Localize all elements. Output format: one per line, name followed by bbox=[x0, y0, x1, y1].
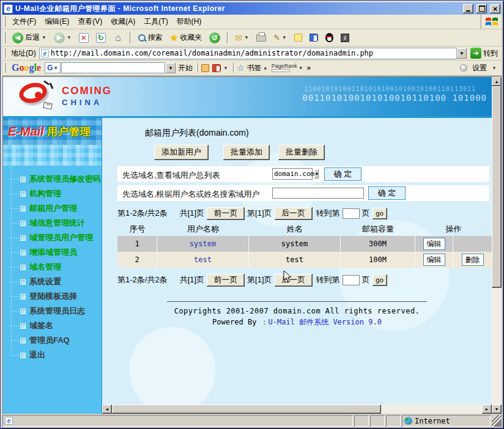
edit-button[interactable]: 编辑 bbox=[423, 254, 445, 266]
home-button[interactable]: ⌂ bbox=[110, 31, 126, 45]
chevron-down-icon[interactable]: ▼ bbox=[298, 65, 303, 71]
user-search-input[interactable] bbox=[272, 188, 364, 199]
sidebar-item-logout[interactable]: 退出 bbox=[3, 348, 102, 362]
toolbar-grip[interactable] bbox=[4, 63, 6, 73]
maximize-button[interactable] bbox=[476, 4, 487, 13]
sidebar-item-org-management[interactable]: 机构管理 bbox=[3, 186, 102, 201]
cell-username-link[interactable]: system bbox=[157, 236, 249, 252]
menu-tools[interactable]: 工具(T) bbox=[139, 15, 172, 28]
vertical-scrollbar[interactable]: ▲ ▼ bbox=[492, 77, 502, 414]
address-dropdown-button[interactable]: ▼ bbox=[457, 48, 467, 59]
scroll-left-button[interactable]: ◄ bbox=[102, 405, 112, 414]
site-banner: COMING CHINA 110010101001101010100101001… bbox=[3, 77, 492, 116]
sidebar-item-change-password[interactable]: 系统管理员修改密码 bbox=[3, 172, 102, 186]
sidebar-item-add-domain-admin[interactable]: 增添域管理员 bbox=[3, 245, 102, 260]
address-input[interactable]: e http://mail.domain.com/coremail/domain… bbox=[39, 48, 457, 59]
chevron-down-icon[interactable]: ▼ bbox=[223, 65, 228, 71]
search-confirm-button[interactable]: 确 定 bbox=[368, 186, 406, 200]
mail-dropdown-caret[interactable]: ▼ bbox=[244, 35, 249, 40]
toolbar-grip[interactable] bbox=[4, 48, 6, 57]
sidebar-item-system-settings[interactable]: 系统设置 bbox=[3, 274, 102, 289]
next-page-button[interactable]: 后一页 bbox=[275, 207, 313, 220]
domain-select[interactable]: domain.com ▼ bbox=[272, 168, 313, 180]
sidebar-item-domain-management[interactable]: 域名管理 bbox=[3, 260, 102, 274]
menu-edit[interactable]: 编辑(E) bbox=[40, 15, 73, 28]
goto-page-input[interactable] bbox=[343, 275, 360, 285]
stop-button[interactable]: ✕ bbox=[76, 31, 92, 45]
google-start-link[interactable]: 开始 bbox=[176, 63, 195, 73]
sidebar-header: E-Mail 用户管理 bbox=[3, 118, 102, 145]
umail-version-link[interactable]: U-Mail 邮件系统 Version 9.0 bbox=[269, 318, 382, 326]
toolbar-grip[interactable] bbox=[4, 16, 6, 26]
goto-page-input[interactable] bbox=[343, 208, 360, 219]
cell-username-link[interactable]: test bbox=[157, 252, 249, 268]
chevron-down-icon: ▼ bbox=[53, 65, 58, 71]
sidebar-item-admin-faq[interactable]: 管理员FAQ bbox=[3, 333, 102, 348]
settings-orb-icon bbox=[460, 64, 467, 72]
google-search-input[interactable] bbox=[61, 62, 165, 73]
horizontal-scrollbar[interactable]: ◄ ► bbox=[102, 405, 492, 414]
google-search-dropdown[interactable]: ▼ bbox=[166, 63, 176, 73]
edit-button[interactable]: 编辑 bbox=[423, 238, 445, 250]
favorites-button[interactable]: ★ 收藏夹 bbox=[167, 31, 205, 45]
print-button[interactable] bbox=[253, 32, 269, 43]
organizer-button[interactable] bbox=[306, 32, 321, 43]
resize-grip[interactable] bbox=[492, 415, 502, 427]
scrollbar-thumb[interactable] bbox=[492, 86, 502, 288]
notes-button[interactable] bbox=[291, 32, 305, 43]
go-button[interactable]: ➜ 转到 bbox=[467, 48, 502, 59]
menu-file[interactable]: 文件(F) bbox=[8, 15, 40, 28]
scrollbar-thumb[interactable] bbox=[112, 405, 381, 414]
google-bookmarks-menu[interactable]: 书签 ▼ bbox=[245, 63, 270, 73]
scroll-up-button[interactable]: ▲ bbox=[492, 77, 502, 86]
sidebar-item-domain-admin-users[interactable]: 域管理员用户管理 bbox=[3, 230, 102, 245]
bookmark-star-icon[interactable]: ☆ bbox=[237, 63, 245, 73]
sidebar-item-login-template[interactable]: 登陆模板选择 bbox=[3, 289, 102, 304]
sidebar-item-mailbox-users[interactable]: 邮箱用户管理 bbox=[3, 201, 102, 216]
next-page-button[interactable]: 后一页 bbox=[275, 274, 313, 287]
refresh-button[interactable]: ↻ bbox=[93, 31, 109, 45]
sidebar-item-admin-log[interactable]: 系统管理员日志 bbox=[3, 304, 102, 318]
download-manager-button[interactable]: ⇓ bbox=[338, 32, 352, 44]
menu-view[interactable]: 查看(V) bbox=[73, 15, 106, 28]
edit-dropdown-caret[interactable]: ▼ bbox=[282, 35, 287, 40]
forward-dropdown-caret[interactable]: ▼ bbox=[67, 35, 72, 40]
prev-page-button[interactable]: 前一页 bbox=[207, 207, 245, 220]
scrollbar-track[interactable] bbox=[492, 288, 502, 405]
close-button[interactable] bbox=[490, 4, 500, 13]
bullet-icon bbox=[20, 323, 26, 329]
add-user-button[interactable]: 添加新用户 bbox=[154, 145, 209, 160]
search-button[interactable]: 搜索 bbox=[135, 31, 166, 45]
google-highlight-icon[interactable] bbox=[212, 64, 221, 72]
scroll-down-button[interactable]: ▼ bbox=[492, 405, 502, 414]
scroll-right-button[interactable]: ► bbox=[482, 405, 492, 414]
domain-confirm-button[interactable]: 确 定 bbox=[324, 167, 361, 181]
google-more-tools[interactable]: » bbox=[303, 64, 315, 72]
scrollbar-track[interactable] bbox=[381, 405, 482, 414]
batch-add-button[interactable]: 批量添加 bbox=[223, 145, 270, 160]
google-news-icon[interactable] bbox=[201, 64, 209, 72]
address-url[interactable]: http://mail.domain.com/coremail/domainad… bbox=[51, 49, 373, 57]
pagerank-indicator[interactable]: PageRank bbox=[270, 64, 298, 72]
batch-delete-button[interactable]: 批量删除 bbox=[278, 145, 325, 160]
toolbar-grip[interactable] bbox=[4, 32, 6, 43]
history-button[interactable]: ↺ bbox=[206, 31, 223, 45]
delete-button[interactable]: 删除 bbox=[462, 254, 484, 266]
sidebar-item-domain-stats[interactable]: 域信息管理统计 bbox=[3, 216, 102, 230]
prev-page-button[interactable]: 前一页 bbox=[207, 274, 245, 287]
menu-favorites[interactable]: 收藏(A) bbox=[106, 15, 139, 28]
menu-help[interactable]: 帮助(H) bbox=[172, 15, 206, 28]
google-settings-menu[interactable]: 设置 ▼ bbox=[460, 63, 502, 73]
minimize-button[interactable] bbox=[463, 4, 473, 13]
binary-decoration: 0011010100101010010110100 101000 bbox=[302, 93, 487, 103]
edit-button[interactable]: ✎ ▼ bbox=[270, 31, 290, 44]
sidebar-item-domain-signature[interactable]: 域签名 bbox=[3, 318, 102, 333]
mail-button[interactable]: ✉ ▼ bbox=[232, 31, 252, 45]
qq-button[interactable] bbox=[322, 31, 336, 44]
forward-button[interactable]: ▶ ▼ bbox=[51, 31, 75, 45]
goto-go-button[interactable]: go bbox=[372, 274, 387, 286]
back-button[interactable]: ◀ 后退 ▼ bbox=[9, 31, 50, 45]
goto-go-button[interactable]: go bbox=[372, 208, 387, 219]
back-dropdown-caret[interactable]: ▼ bbox=[42, 35, 46, 40]
google-g-menu[interactable]: G▼ bbox=[45, 62, 61, 73]
